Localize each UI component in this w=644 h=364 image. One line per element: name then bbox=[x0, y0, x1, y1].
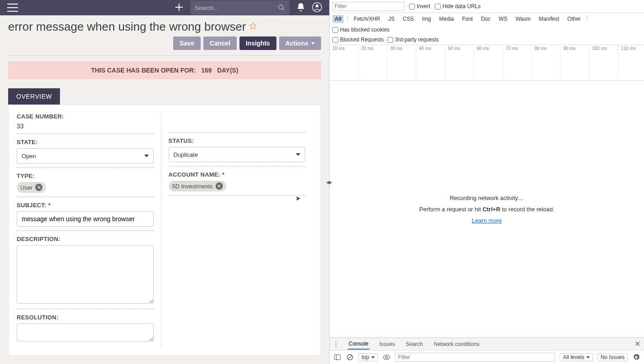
status-value: Duplicate bbox=[174, 151, 198, 158]
filter-wasm[interactable]: Wasm bbox=[513, 15, 533, 23]
state-value: Open bbox=[22, 153, 36, 159]
filter-css[interactable]: CSS bbox=[400, 15, 416, 23]
filter-fetch-xhr[interactable]: Fetch/XHR bbox=[351, 15, 382, 23]
state-select[interactable]: Open bbox=[17, 148, 154, 164]
case-number-value: 33 bbox=[17, 123, 154, 130]
timeline-tick: 20 ms bbox=[359, 45, 387, 80]
filter-js[interactable]: JS bbox=[386, 15, 397, 23]
network-timeline[interactable]: 10 ms 20 ms 30 ms 40 ms 50 ms 60 ms 70 m… bbox=[330, 45, 644, 81]
timeline-tick: 70 ms bbox=[503, 45, 532, 80]
filter-ws[interactable]: WS bbox=[497, 15, 510, 23]
banner-days: 169 bbox=[201, 67, 212, 74]
resize-handle-icon[interactable]: ◀▶ bbox=[326, 180, 331, 185]
learn-more-link[interactable]: Learn more bbox=[472, 217, 501, 224]
clear-console-icon[interactable] bbox=[346, 353, 354, 361]
add-icon[interactable] bbox=[174, 2, 184, 14]
status-label: STATUS: bbox=[169, 137, 306, 144]
filter-all[interactable]: All bbox=[332, 15, 344, 23]
network-filter-bar: Invert Hide data URLs bbox=[330, 0, 644, 13]
timeline-tick: 30 ms bbox=[387, 45, 416, 80]
banner-suffix: DAY(S) bbox=[217, 67, 238, 74]
network-extra-filters: Blocked Requests 3rd-party requests bbox=[330, 35, 644, 45]
save-button[interactable]: Save bbox=[173, 36, 201, 50]
close-drawer-icon[interactable]: ✕ bbox=[635, 340, 640, 348]
status-select[interactable]: Duplicate bbox=[169, 147, 306, 162]
network-empty-state: Recording network activity… Perform a re… bbox=[330, 81, 644, 337]
timeline-tick: 110 ms bbox=[618, 45, 644, 80]
global-search[interactable] bbox=[190, 0, 290, 15]
overview-panel: CASE NUMBER: 33 STATE: Open TYPE: User ✕… bbox=[8, 105, 321, 356]
filter-other[interactable]: Other bbox=[565, 15, 583, 23]
svg-point-6 bbox=[385, 356, 387, 359]
chevron-down-icon bbox=[144, 155, 149, 157]
third-party-checkbox[interactable]: 3rd-party requests bbox=[387, 36, 439, 43]
actions-dropdown[interactable]: Actions bbox=[279, 36, 321, 50]
kebab-icon[interactable]: ⋮ bbox=[333, 341, 339, 347]
eye-icon[interactable] bbox=[382, 353, 391, 361]
tab-console[interactable]: Console bbox=[348, 339, 369, 350]
open-days-banner: THIS CASE HAS BEEN OPEN FOR: 169 DAY(S) bbox=[8, 61, 321, 79]
empty-hint: Perform a request or hit Ctrl+R to recor… bbox=[419, 206, 555, 213]
svg-line-5 bbox=[348, 355, 352, 359]
tab-network-conditions[interactable]: Network conditions bbox=[433, 339, 480, 349]
filter-doc[interactable]: Doc bbox=[478, 15, 492, 23]
timeline-tick: 10 ms bbox=[330, 45, 359, 80]
gear-icon[interactable] bbox=[632, 353, 640, 361]
context-selector[interactable]: top bbox=[359, 353, 378, 361]
timeline-tick: 50 ms bbox=[445, 45, 474, 80]
chevron-down-icon bbox=[296, 153, 300, 156]
description-textarea[interactable] bbox=[17, 245, 154, 304]
app-bar bbox=[0, 0, 329, 15]
right-column: STATUS: Duplicate ACCOUNT NAME: * 5D Inv… bbox=[161, 113, 313, 347]
type-label: TYPE: bbox=[17, 173, 154, 179]
svg-rect-2 bbox=[335, 355, 340, 360]
network-type-filters: All Fetch/XHR JS CSS Img Media Font Doc … bbox=[330, 13, 644, 35]
cancel-button[interactable]: Cancel bbox=[203, 36, 237, 50]
account-chip[interactable]: 5D Investments ✕ bbox=[169, 181, 226, 191]
search-icon bbox=[278, 4, 285, 11]
filter-manifest[interactable]: Manifest bbox=[537, 15, 561, 23]
state-label: STATE: bbox=[17, 139, 154, 146]
blocked-requests-checkbox[interactable]: Blocked Requests bbox=[332, 36, 384, 43]
close-icon[interactable]: ✕ bbox=[35, 184, 42, 191]
close-icon[interactable]: ✕ bbox=[216, 182, 223, 190]
account-label: ACCOUNT NAME: * bbox=[169, 171, 306, 178]
user-avatar-icon[interactable] bbox=[312, 2, 322, 14]
page-title: error message when using the wrong brows… bbox=[8, 20, 246, 34]
console-toolbar: top All levels No Issues bbox=[330, 350, 644, 364]
invert-checkbox[interactable]: Invert bbox=[409, 3, 430, 9]
timeline-tick: 90 ms bbox=[561, 45, 589, 80]
type-chip[interactable]: User ✕ bbox=[17, 182, 46, 193]
timeline-tick: 40 ms bbox=[416, 45, 445, 80]
svg-point-1 bbox=[316, 5, 318, 7]
console-filter-input[interactable] bbox=[395, 353, 556, 362]
filter-font[interactable]: Font bbox=[460, 15, 475, 23]
left-column: CASE NUMBER: 33 STATE: Open TYPE: User ✕… bbox=[17, 113, 161, 347]
blocked-cookies-checkbox[interactable]: Has blocked cookies bbox=[332, 27, 390, 33]
hide-data-urls-checkbox[interactable]: Hide data URLs bbox=[435, 3, 481, 9]
search-input[interactable] bbox=[195, 5, 278, 11]
subject-label: SUBJECT: * bbox=[17, 202, 154, 209]
drawer-tabs: ⋮ Console Issues Search Network conditio… bbox=[330, 338, 644, 350]
tab-search[interactable]: Search bbox=[405, 339, 424, 349]
timeline-tick: 100 ms bbox=[589, 45, 618, 80]
tab-issues[interactable]: Issues bbox=[378, 339, 396, 349]
sidebar-toggle-icon[interactable] bbox=[333, 353, 341, 361]
resolution-textarea[interactable] bbox=[17, 323, 154, 341]
network-filter-input[interactable] bbox=[332, 2, 405, 11]
devtools-drawer: ⋮ Console Issues Search Network conditio… bbox=[330, 337, 644, 364]
tab-overview[interactable]: OVERVIEW bbox=[8, 88, 60, 105]
case-number-label: CASE NUMBER: bbox=[17, 113, 154, 120]
star-icon[interactable] bbox=[248, 20, 258, 34]
menu-icon[interactable] bbox=[7, 4, 18, 12]
page-header: error message when using the wrong brows… bbox=[0, 15, 329, 56]
filter-media[interactable]: Media bbox=[437, 15, 456, 23]
bell-icon[interactable] bbox=[296, 2, 306, 14]
insights-button[interactable]: Insights bbox=[239, 36, 276, 50]
no-issues-badge[interactable]: No Issues bbox=[598, 353, 628, 361]
log-levels-dropdown[interactable]: All levels bbox=[560, 353, 593, 361]
subject-input[interactable] bbox=[17, 211, 154, 227]
filter-img[interactable]: Img bbox=[420, 15, 433, 23]
action-buttons: Save Cancel Insights Actions bbox=[8, 34, 321, 56]
timeline-tick: 80 ms bbox=[532, 45, 561, 80]
